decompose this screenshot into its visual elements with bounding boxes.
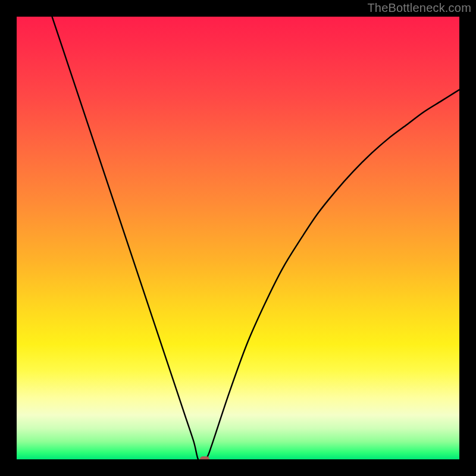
watermark-text: TheBottleneck.com xyxy=(367,1,471,15)
plot-area xyxy=(17,17,459,459)
chart-frame: TheBottleneck.com xyxy=(0,0,476,476)
vertex-marker xyxy=(200,456,209,459)
bottleneck-curve xyxy=(52,17,459,459)
curve-svg xyxy=(17,17,459,459)
